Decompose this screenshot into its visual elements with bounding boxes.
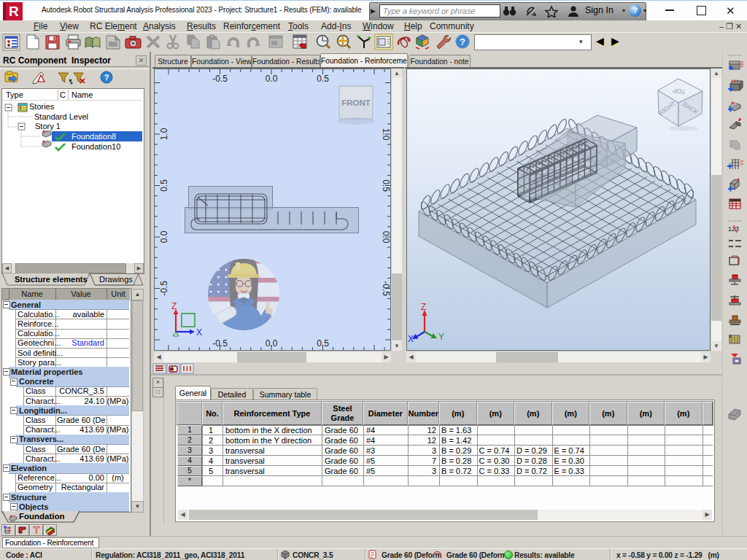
svg-text:-0.5: -0.5 xyxy=(212,74,228,84)
svg-text:0.5: 0.5 xyxy=(159,179,169,192)
svg-text:1.0: 1.0 xyxy=(159,128,169,140)
svg-text:Drawings: Drawings xyxy=(99,275,133,284)
svg-text:0.0: 0.0 xyxy=(266,338,278,349)
svg-text:?: ? xyxy=(460,36,465,47)
svg-text:Z: Z xyxy=(421,302,426,312)
svg-text:Z: Z xyxy=(171,301,177,311)
svg-text:Structure elements: Structure elements xyxy=(15,275,88,284)
svg-text:Y: Y xyxy=(438,332,444,342)
svg-text:-0.5: -0.5 xyxy=(159,281,169,296)
svg-text:0.0: 0.0 xyxy=(159,230,169,243)
svg-text:0.5: 0.5 xyxy=(317,74,329,84)
svg-text:0.5: 0.5 xyxy=(381,179,391,192)
svg-text:FRONT: FRONT xyxy=(341,98,371,107)
svg-text:TOP: TOP xyxy=(672,87,686,96)
svg-text:?: ? xyxy=(104,73,109,82)
svg-text:X: X xyxy=(196,327,202,338)
svg-text:1.0: 1.0 xyxy=(381,128,391,141)
svg-text:0.0: 0.0 xyxy=(266,74,278,84)
svg-text:X: X xyxy=(408,334,414,344)
svg-text:123: 123 xyxy=(728,225,739,233)
svg-text:0.5: 0.5 xyxy=(317,338,329,349)
svg-text:0.0: 0.0 xyxy=(381,231,391,244)
svg-text:-0.5: -0.5 xyxy=(381,281,391,296)
svg-text:-0.5: -0.5 xyxy=(212,338,228,349)
